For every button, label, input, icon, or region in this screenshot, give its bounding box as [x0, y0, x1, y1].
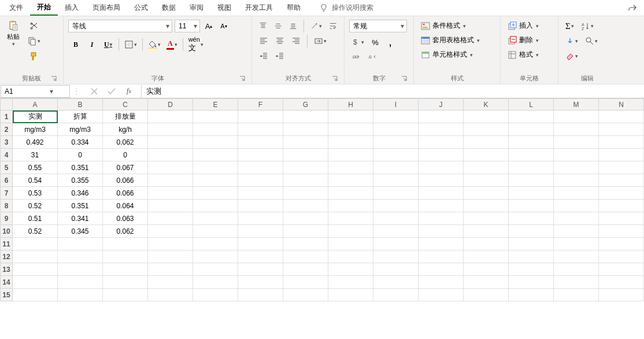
col-header-C[interactable]: C [103, 99, 148, 110]
cell-G7[interactable] [283, 187, 328, 200]
cell-N13[interactable] [599, 263, 644, 276]
cell-A3[interactable]: 0.492 [13, 136, 58, 149]
col-header-J[interactable]: J [419, 99, 464, 110]
cell-D14[interactable] [148, 276, 193, 289]
find-button[interactable]: ▾ [583, 35, 600, 47]
col-header-B[interactable]: B [58, 99, 103, 110]
cell-J4[interactable] [419, 149, 464, 161]
cell-L2[interactable] [509, 123, 554, 136]
row-header-13[interactable]: 13 [1, 263, 13, 276]
row-header-10[interactable]: 10 [1, 225, 13, 238]
cell-A6[interactable]: 0.54 [13, 174, 58, 187]
italic-button[interactable]: I [84, 38, 99, 51]
cell-L12[interactable] [509, 250, 554, 263]
cell-N1[interactable] [599, 110, 644, 123]
cell-D2[interactable] [148, 123, 193, 136]
cell-L5[interactable] [509, 161, 554, 174]
cell-J15[interactable] [419, 289, 464, 301]
row-header-3[interactable]: 3 [1, 136, 13, 149]
cell-L8[interactable] [509, 200, 554, 212]
cell-B3[interactable]: 0.334 [58, 136, 103, 149]
cell-I10[interactable] [373, 225, 419, 238]
cell-A5[interactable]: 0.55 [13, 161, 58, 174]
font-name-input[interactable] [69, 22, 164, 30]
cell-G11[interactable] [283, 238, 328, 250]
cell-H13[interactable] [328, 263, 373, 276]
cell-H15[interactable] [328, 289, 373, 301]
col-header-I[interactable]: I [373, 99, 419, 110]
grid[interactable]: ABCDEFGHIJKLMN1实测折算排放量2mg/m3mg/m3kg/h30.… [0, 98, 644, 339]
cell-B11[interactable] [58, 238, 103, 250]
cell-C15[interactable] [103, 289, 148, 301]
decrease-indent-button[interactable] [257, 50, 271, 62]
cell-H10[interactable] [328, 225, 373, 238]
cell-E3[interactable] [193, 136, 238, 149]
orientation-button[interactable]: ▾ [308, 20, 324, 32]
cell-F7[interactable] [238, 187, 283, 200]
dialog-launcher-icon[interactable] [239, 75, 246, 82]
cell-B15[interactable] [58, 289, 103, 301]
cell-M12[interactable] [554, 250, 599, 263]
cell-K12[interactable] [464, 250, 509, 263]
cell-E9[interactable] [193, 212, 238, 225]
cell-E2[interactable] [193, 123, 238, 136]
cell-A2[interactable]: mg/m3 [13, 123, 58, 136]
cell-L3[interactable] [509, 136, 554, 149]
grow-font-button[interactable]: A▴ [202, 20, 215, 32]
cell-D9[interactable] [148, 212, 193, 225]
number-format-input[interactable] [350, 22, 398, 30]
cell-G15[interactable] [283, 289, 328, 301]
cell-G14[interactable] [283, 276, 328, 289]
row-header-4[interactable]: 4 [1, 149, 13, 161]
cell-C2[interactable]: kg/h [103, 123, 148, 136]
paste-button[interactable]: 粘贴 ▾ [5, 20, 22, 47]
decrease-decimal-button[interactable]: .0 [365, 51, 379, 64]
cell-E12[interactable] [193, 250, 238, 263]
format-painter-button[interactable] [25, 50, 43, 62]
cell-L7[interactable] [509, 187, 554, 200]
cell-D11[interactable] [148, 238, 193, 250]
cell-H8[interactable] [328, 200, 373, 212]
cell-M14[interactable] [554, 276, 599, 289]
cell-H1[interactable] [328, 110, 373, 123]
cell-G13[interactable] [283, 263, 328, 276]
cell-B1[interactable]: 折算 [58, 110, 103, 123]
col-header-L[interactable]: L [509, 99, 554, 110]
cell-I9[interactable] [373, 212, 419, 225]
cell-I11[interactable] [373, 238, 419, 250]
cell-E15[interactable] [193, 289, 238, 301]
cell-G6[interactable] [283, 174, 328, 187]
cell-N8[interactable] [599, 200, 644, 212]
sort-filter-button[interactable]: AZ▾ [579, 20, 596, 32]
cell-H7[interactable] [328, 187, 373, 200]
name-box[interactable]: ▾ [1, 85, 70, 98]
row-header-9[interactable]: 9 [1, 212, 13, 225]
cell-G2[interactable] [283, 123, 328, 136]
cell-F5[interactable] [238, 161, 283, 174]
cell-C7[interactable]: 0.066 [103, 187, 148, 200]
font-color-button[interactable]: A▾ [164, 38, 180, 51]
cell-L13[interactable] [509, 263, 554, 276]
col-header-N[interactable]: N [599, 99, 644, 110]
cell-H6[interactable] [328, 174, 373, 187]
format-cells-button[interactable]: 格式▾ [505, 49, 553, 61]
cell-K8[interactable] [464, 200, 509, 212]
cell-H4[interactable] [328, 149, 373, 161]
cell-I12[interactable] [373, 250, 419, 263]
cell-M15[interactable] [554, 289, 599, 301]
cell-M8[interactable] [554, 200, 599, 212]
cell-A9[interactable]: 0.51 [13, 212, 58, 225]
bold-button[interactable]: B [68, 38, 83, 51]
align-left-button[interactable] [257, 35, 271, 47]
cell-I3[interactable] [373, 136, 419, 149]
accounting-format-button[interactable]: $▾ [349, 36, 367, 49]
cell-N6[interactable] [599, 174, 644, 187]
cell-I6[interactable] [373, 174, 419, 187]
cell-N4[interactable] [599, 149, 644, 161]
cell-G8[interactable] [283, 200, 328, 212]
row-header-6[interactable]: 6 [1, 174, 13, 187]
cell-J12[interactable] [419, 250, 464, 263]
cell-J14[interactable] [419, 276, 464, 289]
cell-F6[interactable] [238, 174, 283, 187]
cell-C1[interactable]: 排放量 [103, 110, 148, 123]
